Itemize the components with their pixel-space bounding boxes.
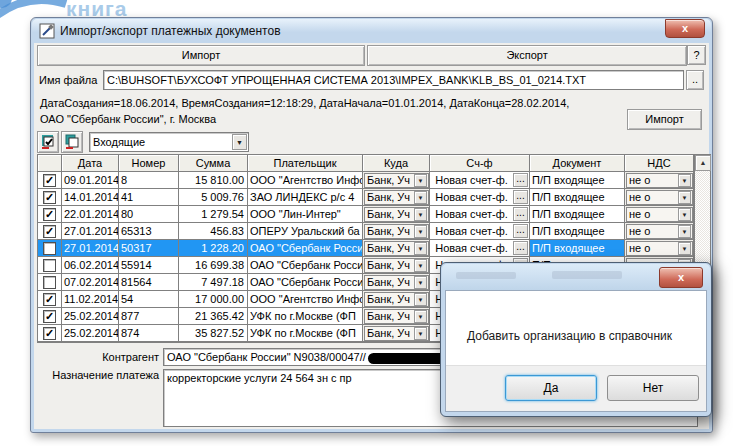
kuda-dropdown[interactable]: Банк, Уч▼ [363, 308, 430, 325]
nds-dropdown[interactable]: не о▼ [625, 172, 694, 189]
chevron-down-icon[interactable]: ▼ [414, 293, 427, 306]
cell-sum: 17 000.00 [179, 291, 248, 308]
ellipsis-button[interactable]: ... [513, 190, 528, 204]
cell-date: 06.02.2014 [62, 257, 119, 274]
cell-payer: ООО "Лин-Интер" [248, 206, 363, 223]
kuda-dropdown[interactable]: Банк, Уч▼ [363, 223, 430, 240]
cell-sum: 1 279.54 [179, 206, 248, 223]
direction-filter-dropdown[interactable]: Входящие ▼ [89, 132, 249, 152]
cell-payer: ОПЕРУ Уральский ба [248, 223, 363, 240]
schf-cell[interactable]: Новая счет-ф.... [430, 240, 530, 257]
chevron-down-icon[interactable]: ▼ [678, 191, 691, 204]
select-all-button[interactable] [37, 131, 59, 153]
table-row[interactable]: 27.01.2014 50317 1 228.20 ОАО "Сбербанк … [38, 240, 694, 257]
schf-cell[interactable]: Новая счет-ф.... [430, 206, 530, 223]
chevron-down-icon[interactable]: ▼ [414, 174, 427, 187]
table-row[interactable]: ✓ 22.01.2014 80 1 279.54 ООО "Лин-Интер"… [38, 206, 694, 223]
schf-cell[interactable]: Новая счет-ф.... [430, 172, 530, 189]
ellipsis-button[interactable]: ... [513, 207, 528, 221]
chevron-down-icon[interactable]: ▼ [678, 225, 691, 238]
kontragent-value: ОАО "Сбербанк России" N9038/00047// [167, 351, 366, 363]
row-checkbox[interactable]: ✓ [43, 174, 56, 187]
header-payer[interactable]: Плательщик [248, 155, 363, 172]
ellipsis-button[interactable]: ... [513, 241, 528, 255]
cell-payer: ЗАО ЛИНДЕКС р/с 4 [248, 189, 363, 206]
import-button[interactable]: Импорт [627, 109, 702, 130]
chevron-down-icon[interactable]: ▼ [414, 310, 427, 323]
cell-document: П/П входящее [530, 189, 625, 206]
ellipsis-button[interactable]: ... [513, 224, 528, 238]
nds-dropdown[interactable]: не о▼ [625, 240, 694, 257]
kuda-dropdown[interactable]: Банк, Уч▼ [363, 291, 430, 308]
scroll-up-icon[interactable]: ▲ [695, 155, 711, 171]
window-titlebar[interactable]: Импорт/экспорт платежных документов [32, 19, 711, 43]
chevron-down-icon[interactable]: ▼ [678, 174, 691, 187]
table-row[interactable]: ✓ 14.01.2014 41 5 009.76 ЗАО ЛИНДЕКС р/с… [38, 189, 694, 206]
yes-button[interactable]: Да [505, 375, 597, 401]
tab-import[interactable]: Импорт [37, 45, 365, 66]
kuda-value: Банк, Уч [365, 309, 414, 324]
no-button[interactable]: Нет [607, 375, 699, 401]
chevron-down-icon[interactable]: ▼ [678, 208, 691, 221]
header-schf[interactable]: Сч-ф [430, 155, 530, 172]
ellipsis-button[interactable]: ... [513, 173, 528, 187]
chevron-down-icon[interactable]: ▼ [678, 242, 691, 255]
row-checkbox[interactable]: ✓ [43, 327, 56, 340]
kuda-dropdown[interactable]: Банк, Уч▼ [363, 172, 430, 189]
toolbar: Входящие ▼ [37, 131, 249, 153]
table-row[interactable]: ✓ 09.01.2014 8 15 810.00 ООО "Агентство … [38, 172, 694, 189]
header-nds[interactable]: НДС [625, 155, 694, 172]
header-number[interactable]: Номер [119, 155, 179, 172]
row-checkbox[interactable] [43, 259, 56, 272]
chevron-down-icon[interactable]: ▼ [414, 191, 427, 204]
chevron-down-icon[interactable]: ▼ [414, 327, 427, 340]
file-info-line2: ОАО "Сбербанк России", г. Москва [40, 113, 216, 125]
kuda-dropdown[interactable]: Банк, Уч▼ [363, 240, 430, 257]
table-row[interactable]: ✓ 27.01.2014 65313 456.83 ОПЕРУ Уральски… [38, 223, 694, 240]
window-close-button[interactable]: x [665, 19, 705, 38]
chevron-down-icon[interactable]: ▼ [232, 134, 247, 150]
row-checkbox[interactable] [43, 242, 56, 255]
cell-sum: 1 228.20 [179, 240, 248, 257]
help-button[interactable]: ? [687, 45, 706, 65]
row-checkbox[interactable]: ✓ [43, 208, 56, 221]
header-document[interactable]: Документ [530, 155, 625, 172]
schf-cell[interactable]: Новая счет-ф.... [430, 189, 530, 206]
nds-dropdown[interactable]: не о▼ [625, 206, 694, 223]
header-date[interactable]: Дата [62, 155, 119, 172]
kontragent-label: Контрагент [31, 351, 163, 363]
nds-dropdown[interactable]: не о▼ [625, 223, 694, 240]
chevron-down-icon[interactable]: ▼ [414, 259, 427, 272]
chevron-down-icon[interactable]: ▼ [414, 276, 427, 289]
titlebar-blur-blob [456, 272, 516, 279]
dialog-close-button[interactable]: x [659, 267, 703, 288]
row-checkbox[interactable]: ✓ [43, 310, 56, 323]
chevron-down-icon[interactable]: ▼ [414, 225, 427, 238]
row-checkbox[interactable]: ✓ [43, 191, 56, 204]
schf-value: Новая счет-ф. [430, 190, 513, 205]
chevron-down-icon[interactable]: ▼ [414, 208, 427, 221]
schf-cell[interactable]: Новая счет-ф.... [430, 223, 530, 240]
tab-export[interactable]: Экспорт [367, 45, 687, 66]
browse-button[interactable]: .. [686, 70, 704, 90]
cell-sum: 456.83 [179, 223, 248, 240]
row-checkbox[interactable]: ✓ [43, 225, 56, 238]
kuda-value: Банк, Уч [365, 241, 414, 256]
kuda-dropdown[interactable]: Банк, Уч▼ [363, 325, 430, 342]
chevron-down-icon[interactable]: ▼ [414, 242, 427, 255]
deselect-all-button[interactable] [61, 131, 83, 153]
header-checkbox [38, 155, 62, 172]
kuda-dropdown[interactable]: Банк, Уч▼ [363, 274, 430, 291]
kuda-dropdown[interactable]: Банк, Уч▼ [363, 257, 430, 274]
nds-dropdown[interactable]: не о▼ [625, 189, 694, 206]
row-checkbox[interactable]: ✓ [43, 293, 56, 306]
cell-document: П/П входящее [530, 240, 625, 257]
file-name-input[interactable]: C:\BUHSOFT\БУХСОФТ УПРОЩЕННАЯ СИСТЕМА 20… [103, 70, 684, 90]
kuda-dropdown[interactable]: Банк, Уч▼ [363, 206, 430, 223]
cell-number: 50317 [119, 240, 179, 257]
header-kuda[interactable]: Куда [363, 155, 430, 172]
row-checkbox[interactable] [43, 276, 56, 289]
cell-date: 11.02.2014 [62, 291, 119, 308]
kuda-dropdown[interactable]: Банк, Уч▼ [363, 189, 430, 206]
header-sum[interactable]: Сумма [179, 155, 248, 172]
